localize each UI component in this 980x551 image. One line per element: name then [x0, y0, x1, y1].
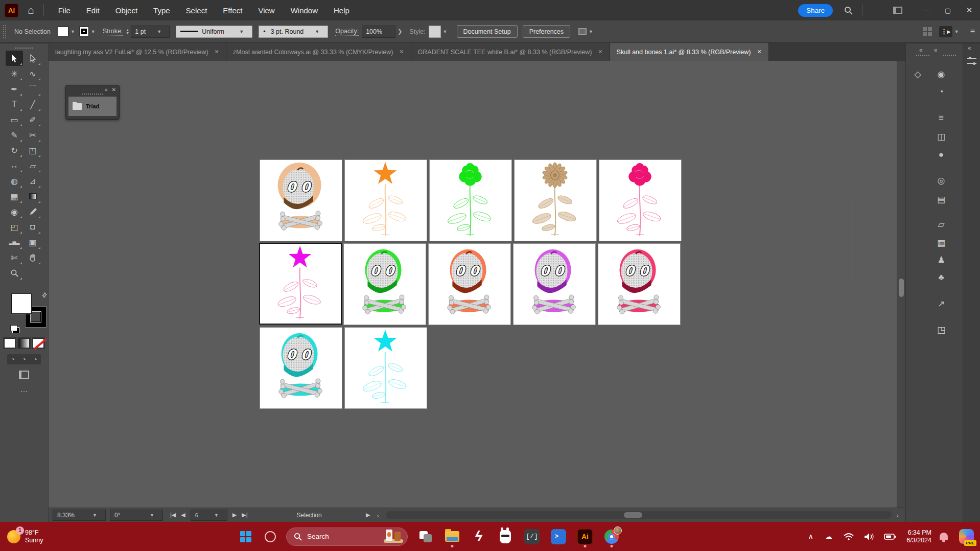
document-tab[interactable]: laughting my ass V2 Full.ai* @ 12.5 % (R… — [49, 43, 226, 61]
next-artboard-icon[interactable]: ▶ — [232, 512, 237, 518]
document-tab[interactable]: zMost wanted Colorways.ai @ 33.33 % (CMY… — [226, 43, 411, 61]
dev-app-button[interactable]: [/] — [523, 526, 541, 547]
artboard-skull-green[interactable]: 0 0 — [343, 243, 426, 325]
appearance-icon[interactable]: ◫ — [934, 130, 949, 143]
default-fill-stroke-icon[interactable] — [10, 325, 17, 331]
draw-normal-icon[interactable]: ◔ — [11, 356, 14, 363]
file-explorer-button[interactable] — [444, 526, 461, 547]
zoom-tool[interactable] — [6, 265, 23, 281]
menu-help[interactable]: Help — [334, 6, 349, 15]
horizontal-scrollbar[interactable] — [386, 511, 892, 519]
layers-icon[interactable]: ▱ — [934, 218, 949, 231]
menu-file[interactable]: File — [58, 6, 71, 15]
minimize-button[interactable]: — — [916, 0, 937, 20]
3d-materials-icon[interactable]: ◇ — [910, 67, 925, 81]
symbols-icon[interactable]: ♟ — [934, 253, 949, 266]
scale-tool[interactable]: ◳ — [24, 143, 41, 158]
clock[interactable]: 6:34 PM6/3/2024 — [906, 529, 931, 544]
collapse-panels-icon[interactable]: « — [934, 47, 938, 54]
close-tab-icon[interactable]: ✕ — [598, 49, 602, 55]
drag-grip[interactable] — [3, 25, 6, 38]
selection-tool[interactable] — [6, 51, 23, 66]
copilot-icon[interactable]: PRE — [959, 529, 974, 544]
draw-behind-icon[interactable]: ◔ — [22, 356, 26, 363]
artboard-flower-cyan[interactable] — [344, 327, 427, 409]
none-mode-button[interactable] — [33, 338, 44, 348]
image-icon[interactable]: ▤ — [934, 193, 949, 206]
artboard-tool[interactable]: ▣ — [24, 235, 41, 250]
chrome-button[interactable] — [603, 526, 620, 547]
stroke-label[interactable]: Stroke: — [103, 28, 123, 36]
onedrive-icon[interactable]: ☁ — [825, 532, 832, 541]
horizontal-scrollbar-thumb[interactable] — [624, 512, 642, 518]
chevron-down-icon[interactable]: ▼ — [443, 29, 448, 34]
color-icon[interactable]: ◉ — [934, 67, 949, 81]
artboard-number-field[interactable]: 6▼ — [191, 510, 227, 521]
artboard-flower-green[interactable] — [429, 159, 512, 241]
document-layout-icon[interactable] — [893, 7, 902, 14]
menu-select[interactable]: Select — [186, 6, 207, 15]
artboard-skull-violet[interactable]: 0 0 — [513, 243, 596, 325]
shape-builder-tool[interactable]: ◍ — [6, 173, 23, 189]
taskbar-circle-app-icon[interactable] — [265, 531, 276, 542]
last-artboard-icon[interactable]: ▶| — [242, 512, 247, 518]
drag-grip[interactable] — [916, 55, 929, 56]
collapse-panels-icon[interactable]: « — [919, 47, 923, 54]
free-transform-tool[interactable]: ▱ — [24, 158, 41, 173]
mesh-tool[interactable]: ▦ — [6, 189, 23, 204]
search-box[interactable]: Search — [286, 527, 408, 546]
column-graph-tool[interactable]: ▂▅▃ — [6, 235, 23, 250]
artboard-skull-pink[interactable]: 0 0 — [598, 243, 681, 325]
chevron-down-icon[interactable]: ▼ — [954, 29, 959, 34]
draw-inside-icon[interactable]: ◔ — [33, 356, 37, 363]
artboard-skull-tan[interactable]: 0 0 — [260, 159, 342, 241]
scroll-right-icon[interactable]: › — [897, 512, 899, 518]
canvas[interactable]: 0 00 00 00 00 00 0 »✕ Triad — [49, 61, 897, 508]
status-display[interactable]: Selection — [268, 512, 350, 519]
stroke-weight-field[interactable]: 1 pt▼ — [131, 26, 170, 38]
type-tool[interactable]: T — [6, 97, 23, 112]
workspace-switcher-icon[interactable]: ⋮▸ — [939, 26, 952, 37]
hand-tool[interactable] — [24, 250, 41, 265]
width-tool[interactable]: ↔ — [6, 158, 23, 173]
maximize-button[interactable]: ▢ — [937, 0, 959, 20]
weather-widget[interactable]: 1 98°FSunny — [7, 529, 43, 544]
fill-color-swatch[interactable] — [58, 27, 68, 36]
swap-fill-stroke-icon[interactable]: ⇄ — [40, 290, 49, 299]
eyedropper-tool[interactable] — [24, 204, 41, 219]
illustrator-taskbar-button[interactable]: Ai — [576, 526, 594, 547]
pencil-tool[interactable]: ✎ — [6, 127, 23, 143]
status-menu-icon[interactable]: ▶ — [366, 512, 370, 518]
llama-app-button[interactable] — [497, 526, 514, 547]
rectangle-tool[interactable]: ▭ — [6, 112, 23, 127]
artboard-flower-orange[interactable] — [344, 159, 427, 241]
collapse-panels-icon[interactable]: « — [968, 44, 971, 52]
close-tab-icon[interactable]: ✕ — [215, 49, 219, 55]
symbol-sprayer-tool[interactable]: ◘ — [24, 219, 41, 235]
gradient-mode-button[interactable] — [18, 338, 30, 348]
opacity-field[interactable]: 100% — [362, 26, 395, 38]
scroll-left-icon[interactable]: ‹ — [377, 512, 379, 518]
artboards-icon[interactable]: ◳ — [934, 323, 949, 336]
chevron-down-icon[interactable]: ▼ — [589, 29, 593, 34]
stroke-icon[interactable]: ≡ — [934, 111, 949, 125]
line-segment-tool[interactable]: ╱ — [24, 97, 41, 112]
artboard-skull-coral[interactable]: 0 0 — [428, 243, 511, 325]
home-icon[interactable]: ⌂ — [28, 4, 34, 16]
curvature-tool[interactable]: ⌒ — [24, 81, 41, 97]
vertical-scrollbar[interactable] — [897, 61, 905, 508]
slice-tool[interactable]: ✄ — [6, 250, 23, 265]
tray-expand-icon[interactable]: ∧ — [808, 532, 813, 541]
share-button[interactable]: Share — [798, 4, 833, 17]
first-artboard-icon[interactable]: |◀ — [170, 512, 176, 518]
panel-menu-icon[interactable]: ≡ — [970, 27, 975, 36]
brush-definition-dropdown[interactable]: •3 pt. Round▼ — [259, 26, 328, 38]
opacity-label[interactable]: Opacity: — [335, 28, 359, 36]
chevron-right-icon[interactable]: ❯ — [398, 28, 402, 35]
menu-object[interactable]: Object — [115, 6, 137, 15]
close-button[interactable]: ✕ — [959, 0, 980, 20]
document-tab[interactable]: GRADENT SCALE TEE white B.ai* @ 8.33 % (… — [411, 43, 610, 61]
triad-floating-panel[interactable]: »✕ Triad — [65, 85, 120, 120]
arrange-icon[interactable] — [578, 28, 587, 35]
gradient-tool[interactable] — [24, 189, 41, 204]
